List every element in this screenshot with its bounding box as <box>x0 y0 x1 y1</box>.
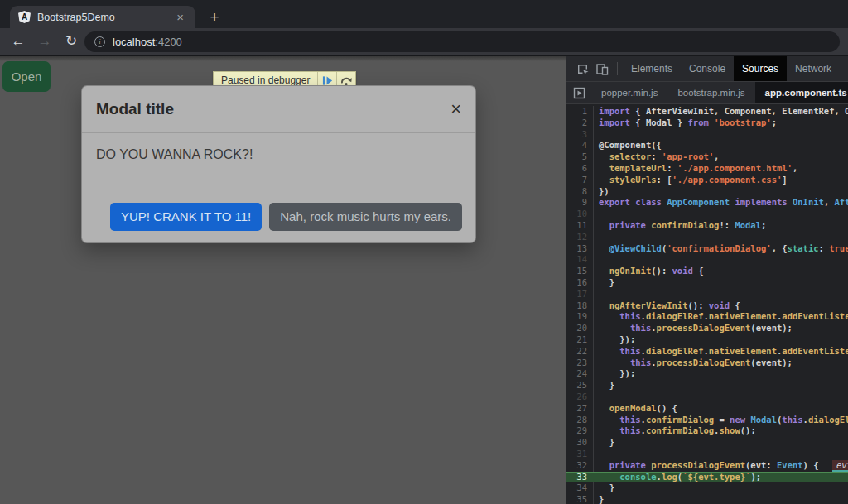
line-number[interactable]: 8 <box>566 186 594 198</box>
line-number[interactable]: 23 <box>566 358 594 369</box>
line-number[interactable]: 6 <box>566 163 594 175</box>
code-text: } <box>594 277 848 289</box>
file-tab-app-component[interactable]: app.component.ts× <box>755 82 848 103</box>
file-tab-popper[interactable]: popper.min.js <box>591 82 667 103</box>
line-number[interactable]: 33 <box>566 472 594 483</box>
code-text: }); <box>594 334 848 346</box>
browser-tab[interactable]: A Bootstrap5Demo × <box>10 6 195 28</box>
line-number[interactable]: 20 <box>566 323 594 334</box>
file-tab-bootstrap[interactable]: bootstrap.min.js <box>667 82 754 103</box>
code-text: console.log(`${evt.type}`); <box>594 472 848 483</box>
line-number[interactable]: 12 <box>566 232 594 243</box>
panel-tab-performance[interactable]: Pe <box>840 56 848 81</box>
line-number[interactable]: 34 <box>566 482 594 494</box>
code-line: 29 this.confirmDialog.show(); <box>566 425 848 437</box>
code-line: 35} <box>566 494 848 504</box>
line-number[interactable]: 9 <box>566 197 594 209</box>
forward-button[interactable]: → <box>33 28 56 55</box>
new-tab-button[interactable]: + <box>204 7 225 28</box>
modal-body-text: DO YOU WANNA ROCK?! <box>96 147 253 161</box>
reload-button[interactable]: ↻ <box>60 28 83 55</box>
code-text: import { Modal } from 'bootstrap'; <box>594 118 848 129</box>
modal-title: Modal title <box>96 100 450 118</box>
code-text: styleUrls: ['./app.component.css'] <box>594 175 848 186</box>
line-number[interactable]: 7 <box>566 175 594 186</box>
line-number[interactable]: 24 <box>566 368 594 380</box>
line-number[interactable]: 16 <box>566 277 594 289</box>
line-number[interactable]: 22 <box>566 346 594 358</box>
line-number[interactable]: 29 <box>566 425 594 437</box>
site-info-icon[interactable]: i <box>94 36 105 47</box>
angular-favicon-icon: A <box>18 11 31 23</box>
modal-footer: YUP! CRANK IT TO 11! Nah, rock music hur… <box>82 190 475 242</box>
file-tab-bar: popper.min.jsbootstrap.min.jsapp.compone… <box>566 82 848 104</box>
line-number[interactable]: 30 <box>566 437 594 449</box>
code-line: 19 this.dialogElRef.nativeElement.addEve… <box>566 311 848 323</box>
panel-tab-elements[interactable]: Elements <box>623 56 681 81</box>
url-bar[interactable]: i localhost:4200 <box>84 31 840 52</box>
line-number[interactable]: 2 <box>566 118 594 129</box>
line-number[interactable]: 10 <box>566 209 594 220</box>
line-number[interactable]: 18 <box>566 300 594 312</box>
code-text: } <box>594 494 848 504</box>
line-number[interactable]: 31 <box>566 449 594 460</box>
code-line: 10 <box>566 209 848 220</box>
confirm-button[interactable]: YUP! CRANK IT TO 11! <box>110 203 262 231</box>
line-number[interactable]: 26 <box>566 391 594 403</box>
code-editor[interactable]: 1import { AfterViewInit, Component, Elem… <box>566 104 848 504</box>
back-button[interactable]: ← <box>7 28 30 55</box>
code-text: templateUrl: './app.component.html', <box>594 163 848 175</box>
line-number[interactable]: 32 <box>566 460 594 472</box>
line-number[interactable]: 11 <box>566 220 594 232</box>
line-number[interactable]: 25 <box>566 380 594 391</box>
code-line: 3 <box>566 129 848 141</box>
line-number[interactable]: 19 <box>566 311 594 323</box>
line-number[interactable]: 28 <box>566 415 594 426</box>
code-text: this.dialogElRef.nativeElement.addEventL… <box>594 311 848 323</box>
code-text: ngAfterViewInit(): void { <box>594 300 848 312</box>
code-line: 2import { Modal } from 'bootstrap'; <box>566 118 848 129</box>
file-tabs: popper.min.jsbootstrap.min.jsapp.compone… <box>591 82 848 103</box>
navigator-toggle-button[interactable] <box>566 82 591 103</box>
line-number[interactable]: 17 <box>566 289 594 300</box>
line-number[interactable]: 3 <box>566 129 594 141</box>
code-line: 18 ngAfterViewInit(): void { <box>566 300 848 312</box>
line-number[interactable]: 4 <box>566 140 594 151</box>
line-number[interactable]: 1 <box>566 106 594 118</box>
code-line: 5 selector: 'app-root', <box>566 151 848 163</box>
panel-tab-network[interactable]: Network <box>787 56 840 81</box>
code-line: 30 } <box>566 437 848 449</box>
device-toolbar-icon <box>596 63 609 75</box>
code-text: private confirmDialog!: Modal; <box>594 220 848 232</box>
line-number[interactable]: 14 <box>566 254 594 266</box>
devtools-panel: ElementsConsoleSourcesNetworkPe popper.m… <box>566 56 848 504</box>
open-button[interactable]: Open <box>2 61 51 92</box>
line-number[interactable]: 21 <box>566 334 594 346</box>
code-text <box>594 289 848 300</box>
code-text: this.dialogElRef.nativeElement.addEventL… <box>594 346 848 358</box>
browser-toolbar: ← → ↻ i localhost:4200 <box>0 28 848 56</box>
code-text <box>594 129 848 141</box>
code-line: 16 } <box>566 277 848 289</box>
device-toolbar-button[interactable] <box>592 59 612 79</box>
tab-close-icon[interactable]: × <box>173 9 187 25</box>
code-line: 17 <box>566 289 848 300</box>
code-text <box>594 232 848 243</box>
code-text: @ViewChild('confirmationDialog', {static… <box>594 243 848 255</box>
code-text: this.confirmDialog.show(); <box>594 425 848 437</box>
line-number[interactable]: 15 <box>566 266 594 277</box>
panel-tab-console[interactable]: Console <box>681 56 734 81</box>
code-text: }) <box>594 186 848 198</box>
line-number[interactable]: 5 <box>566 151 594 163</box>
code-line: 15 ngOnInit(): void { <box>566 266 848 277</box>
code-text: }); <box>594 368 848 380</box>
line-number[interactable]: 35 <box>566 494 594 504</box>
code-line: 8}) <box>566 186 848 198</box>
inspect-element-button[interactable] <box>572 59 592 79</box>
decline-button[interactable]: Nah, rock music hurts my ears. <box>269 203 462 231</box>
line-number[interactable]: 27 <box>566 403 594 415</box>
line-number[interactable]: 13 <box>566 243 594 255</box>
panel-tab-sources[interactable]: Sources <box>734 56 787 81</box>
code-text <box>594 391 848 403</box>
modal-close-button[interactable]: × <box>450 100 461 118</box>
